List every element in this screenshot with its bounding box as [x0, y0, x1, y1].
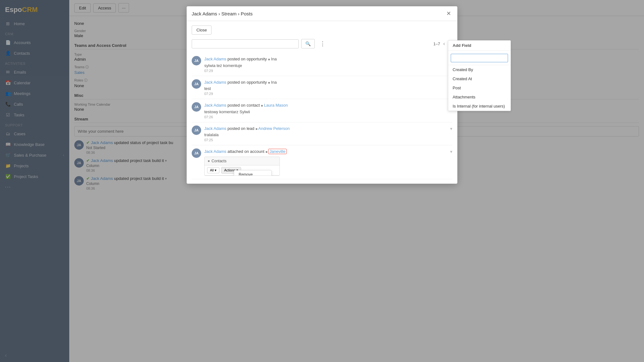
post-content-2: test — [204, 86, 452, 91]
post-entity-icon-2: ■ — [268, 81, 270, 84]
post-entity-name-2: Ina — [271, 80, 277, 85]
post-body-2: Jack Adams posted on opportunity ■ Ina t… — [204, 79, 452, 96]
post-avatar-2: JA — [192, 79, 201, 89]
post-content-4: tralalala — [204, 132, 452, 137]
post-time-2: 07:29 — [204, 92, 452, 96]
thumbnail-title: Contacts — [212, 159, 226, 163]
pagination-prev[interactable]: ‹ — [442, 41, 446, 47]
thumbnail-actions-menu: Remove Merge Mass Update Export Follow U… — [234, 170, 272, 176]
modal-top-bar: Close — [192, 25, 452, 35]
post-user-1[interactable]: Jack Adams — [204, 57, 226, 61]
modal-close-button[interactable]: ✕ — [445, 10, 452, 17]
post-avatar-5: JA — [192, 148, 201, 158]
post-text-2: Jack Adams posted on opportunity ■ Ina — [204, 79, 452, 86]
modal: Jack Adams › Stream › Posts ✕ Close 🔍 ⋮ … — [187, 6, 457, 184]
post-time-4: 07:25 — [204, 138, 452, 142]
thumbnail-action-remove[interactable]: Remove — [234, 170, 271, 176]
add-field-header: Add Field — [448, 41, 511, 51]
post-body-1: Jack Adams posted on opportunity ■ Ina s… — [204, 56, 452, 73]
post-action-1: posted on opportunity — [228, 57, 268, 61]
dropdown-item-created-by[interactable]: Created By — [448, 65, 511, 74]
post-entity-name-3[interactable]: Laura Mason — [264, 103, 288, 108]
post-entity-name-1: Ina — [271, 57, 277, 61]
post-entity-icon-5: ■ — [265, 150, 268, 153]
add-field-search-input[interactable] — [451, 54, 508, 62]
post-text-3: Jack Adams posted on contact ■ Laura Mas… — [204, 102, 452, 109]
modal-search-button[interactable]: 🔍 — [301, 39, 315, 48]
post-time-1: 07:29 — [204, 69, 452, 73]
post-action-2: posted on opportunity — [228, 80, 268, 85]
modal-overlay: Jack Adams › Stream › Posts ✕ Close 🔍 ⋮ … — [0, 0, 644, 362]
dropdown-item-attachments[interactable]: Attachments — [448, 92, 511, 102]
post-entity-icon-1: ■ — [268, 58, 270, 61]
contacts-square-icon: ■ — [208, 159, 210, 163]
add-field-dropdown: Add Field Created By Created At Post Att… — [448, 40, 511, 111]
post-action-3: posted on contact — [228, 103, 261, 108]
thumbnail-toolbar: All ▾ Actions ▾ Remove Merge Mass Update… — [205, 165, 280, 175]
thumbnail-all-button[interactable]: All ▾ — [207, 167, 219, 173]
post-entity-outlined-5: Janeville — [268, 149, 287, 154]
post-entity-name-4[interactable]: Andrew Peterson — [258, 126, 290, 131]
thumbnail-actions-container: Actions ▾ Remove Merge Mass Update Expor… — [221, 167, 241, 174]
post-item-5: JA Jack Adams attached on account ■ Jane… — [192, 145, 452, 179]
post-item-3: JA Jack Adams posted on contact ■ Laura … — [192, 99, 452, 122]
post-user-2[interactable]: Jack Adams — [204, 80, 226, 85]
post-action-5: attached — [228, 149, 245, 154]
dropdown-item-is-internal[interactable]: Is Internal (for internal users) — [448, 102, 511, 111]
post-avatar-1: JA — [192, 56, 201, 65]
post-entity-icon-4: ■ — [256, 127, 257, 131]
pagination-range: 1–7 — [433, 42, 440, 46]
post-action-4: posted on lead — [228, 126, 256, 131]
modal-body: Close 🔍 ⋮ 1–7 ‹ › JA — [187, 21, 457, 184]
modal-toolbar: 🔍 ⋮ 1–7 ‹ › — [192, 39, 452, 48]
thumbnail-header: ■ Contacts — [205, 157, 280, 165]
dropdown-item-post[interactable]: Post — [448, 83, 511, 92]
post-text-1: Jack Adams posted on opportunity ■ Ina — [204, 56, 452, 62]
modal-title: Jack Adams › Stream › Posts — [192, 11, 252, 16]
posts-list: JA Jack Adams posted on opportunity ■ In… — [192, 53, 452, 179]
post-item-2: JA Jack Adams posted on opportunity ■ In… — [192, 76, 452, 99]
thumbnail-panel: ■ Contacts All ▾ Actions ▾ Remove Merge — [204, 157, 280, 176]
modal-close-btn[interactable]: Close — [192, 25, 212, 35]
post-content-1: sylwia też komentuje — [204, 63, 452, 68]
post-body-3: Jack Adams posted on contact ■ Laura Mas… — [204, 102, 452, 119]
dropdown-item-created-at[interactable]: Created At — [448, 74, 511, 83]
post-middle-text-5: on account — [244, 149, 264, 154]
post-user-3[interactable]: Jack Adams — [204, 103, 226, 108]
post-time-3: 07:26 — [204, 115, 452, 119]
post-chevron-5[interactable]: ▾ — [450, 149, 452, 154]
modal-kebab-button[interactable]: ⋮ — [317, 39, 328, 48]
post-content-3: testowy komentarz Sylwii — [204, 109, 452, 114]
post-body-4: Jack Adams posted on lead ■ Andrew Peter… — [204, 125, 452, 142]
post-chevron-4[interactable]: ▾ — [450, 126, 452, 131]
post-avatar-3: JA — [192, 102, 201, 112]
post-entity-icon-3: ■ — [261, 104, 263, 107]
post-body-5: Jack Adams attached on account ■ Janevil… — [204, 148, 452, 176]
modal-search-input[interactable] — [192, 39, 299, 48]
modal-header: Jack Adams › Stream › Posts ✕ — [187, 6, 457, 21]
post-item-1: JA Jack Adams posted on opportunity ■ In… — [192, 53, 452, 76]
dropdown-search-wrap — [448, 51, 511, 65]
post-entity-name-5[interactable]: Janeville — [269, 149, 285, 154]
post-text-5: Jack Adams attached on account ■ Janevil… — [204, 148, 452, 155]
post-avatar-4: JA — [192, 125, 201, 135]
post-item-4: JA Jack Adams posted on lead ■ Andrew Pe… — [192, 122, 452, 146]
post-user-5[interactable]: Jack Adams — [204, 149, 226, 154]
post-text-4: Jack Adams posted on lead ■ Andrew Peter… — [204, 125, 452, 132]
post-user-4[interactable]: Jack Adams — [204, 126, 226, 131]
